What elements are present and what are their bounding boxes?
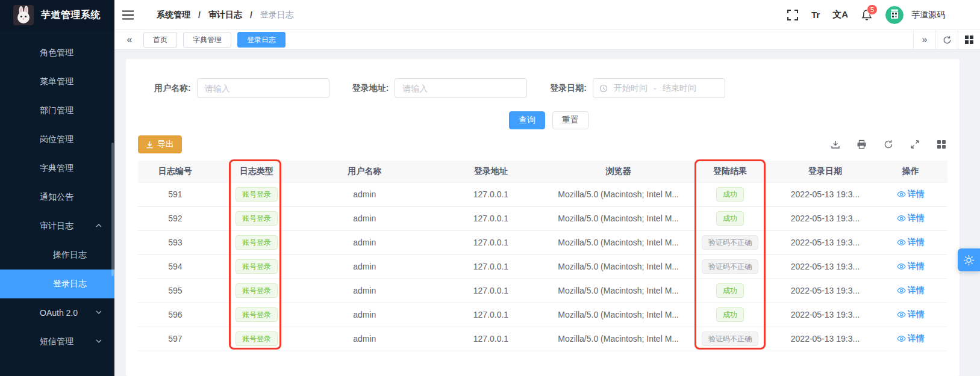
gear-icon: [963, 254, 975, 266]
tabs-scroll-left-icon[interactable]: «: [122, 34, 137, 45]
translate-icon[interactable]: 文A: [832, 9, 848, 20]
export-button[interactable]: 导出: [138, 135, 182, 153]
export-label: 导出: [157, 139, 174, 150]
result-tag: 成功: [716, 283, 744, 298]
sidebar-menu: 角色管理 菜单管理 部门管理 岗位管理 字典管理 通知公告 审计日志 操作日志 …: [0, 30, 114, 356]
sidebar-scrollbar[interactable]: [111, 143, 114, 276]
sidebar-item-login-log[interactable]: 登录日志: [0, 270, 114, 298]
col-login-result: 登陆结果: [684, 161, 777, 182]
address-input[interactable]: [395, 78, 527, 98]
column-settings-icon[interactable]: [936, 140, 946, 150]
cell-browser: Mozilla/5.0 (Macintosh; Intel M...: [553, 206, 683, 230]
tabs-scroll-right-icon[interactable]: »: [913, 30, 935, 50]
cell-user: admin: [301, 279, 428, 303]
username-input[interactable]: [197, 78, 329, 98]
cell-address: 127.0.0.1: [428, 327, 553, 351]
breadcrumb-item[interactable]: 审计日志: [208, 10, 242, 20]
log-type-tag: 账号登录: [236, 283, 278, 298]
cell-log-id: 593: [138, 230, 213, 254]
main-area: 系统管理 / 审计日志 / 登录日志 Tr 文A 5 芋道源码: [114, 0, 980, 376]
sidebar-item-dept-management[interactable]: 部门管理: [0, 96, 114, 125]
font-size-icon[interactable]: Tr: [811, 10, 820, 20]
result-tag: 验证码不正确: [702, 331, 758, 346]
log-type-tag: 账号登录: [236, 331, 278, 346]
tab-refresh-icon[interactable]: [935, 30, 958, 50]
sidebar-item-audit-log[interactable]: 审计日志: [0, 212, 114, 241]
cell-date: 2022-05-13 19:3...: [776, 254, 873, 279]
reset-button[interactable]: 重置: [552, 111, 588, 129]
user-name[interactable]: 芋道源码: [911, 10, 945, 20]
cell-date: 2022-05-13 19:3...: [776, 206, 873, 230]
eye-icon: [897, 239, 906, 246]
col-actions: 操作: [874, 161, 947, 182]
cell-user: admin: [301, 327, 428, 351]
cell-user: admin: [301, 230, 428, 254]
tab-bar: « 首页 字典管理 登录日志 »: [114, 30, 980, 50]
detail-link[interactable]: 详情: [897, 333, 925, 344]
cell-date: 2022-05-13 19:3...: [776, 303, 873, 327]
sidebar-item-menu-management[interactable]: 菜单管理: [0, 67, 114, 96]
table-toolbar: 导出: [138, 135, 947, 153]
table-row: 594 账号登录 admin 127.0.0.1 Mozilla/5.0 (Ma…: [138, 254, 947, 279]
col-browser: 浏览器: [553, 161, 683, 182]
detail-link[interactable]: 详情: [897, 285, 925, 296]
detail-link[interactable]: 详情: [897, 237, 925, 248]
filter-buttons: 查询 重置: [138, 111, 947, 129]
eye-icon: [897, 191, 906, 198]
sidebar-item-operation-log[interactable]: 操作日志: [0, 241, 114, 270]
tab-layout-grid-icon[interactable]: [958, 30, 980, 50]
cell-browser: Mozilla/5.0 (Macintosh; Intel M...: [553, 303, 683, 327]
log-type-tag: 账号登录: [236, 259, 278, 274]
cell-log-id: 591: [138, 182, 213, 206]
settings-gear-button[interactable]: [958, 248, 980, 271]
cell-address: 127.0.0.1: [428, 230, 553, 254]
date-end-placeholder[interactable]: 结束时间: [663, 83, 696, 94]
chevron-down-icon: [95, 337, 102, 347]
cell-user: admin: [301, 182, 428, 206]
col-log-type: 日志类型: [213, 161, 301, 182]
download-icon[interactable]: [830, 140, 840, 150]
download-icon: [146, 141, 154, 149]
cell-log-id: 595: [138, 279, 213, 303]
breadcrumb-separator: /: [250, 10, 252, 20]
detail-link[interactable]: 详情: [897, 261, 925, 272]
sidebar-item-notice[interactable]: 通知公告: [0, 183, 114, 212]
detail-link[interactable]: 详情: [897, 213, 925, 224]
sidebar-item-sms-management[interactable]: 短信管理: [0, 327, 114, 356]
cell-log-id: 597: [138, 327, 213, 351]
refresh-icon[interactable]: [883, 140, 893, 150]
print-icon[interactable]: [857, 140, 867, 150]
tab-dict-management[interactable]: 字典管理: [183, 32, 231, 48]
result-tag: 成功: [716, 211, 744, 226]
app-logo-row[interactable]: 芋道管理系统: [0, 0, 114, 30]
detail-link[interactable]: 详情: [897, 189, 925, 200]
breadcrumb-item[interactable]: 系统管理: [157, 10, 190, 20]
menu-collapse-icon[interactable]: [122, 10, 134, 20]
avatar[interactable]: [885, 6, 904, 24]
tab-home[interactable]: 首页: [143, 32, 177, 48]
page-body: 用户名称: 登录地址: 登录日期: 开始时间: [114, 50, 980, 376]
log-type-tag: 账号登录: [236, 307, 278, 322]
sidebar-item-dict-management[interactable]: 字典管理: [0, 154, 114, 183]
detail-link[interactable]: 详情: [897, 309, 925, 320]
search-button[interactable]: 查询: [509, 111, 545, 129]
sidebar-item-role-management[interactable]: 角色管理: [0, 39, 114, 67]
sidebar-item-oauth[interactable]: OAuth 2.0: [0, 298, 114, 327]
col-login-address: 登录地址: [428, 161, 553, 182]
sidebar-item-label: 审计日志: [40, 221, 73, 232]
sidebar-item-post-management[interactable]: 岗位管理: [0, 125, 114, 154]
table-row: 591 账号登录 admin 127.0.0.1 Mozilla/5.0 (Ma…: [138, 182, 947, 206]
cell-log-id: 592: [138, 206, 213, 230]
notification-bell-icon[interactable]: 5: [861, 9, 873, 21]
cell-user: admin: [301, 254, 428, 279]
eye-icon: [897, 215, 906, 222]
date-range-separator: -: [654, 84, 657, 93]
date-start-placeholder[interactable]: 开始时间: [614, 83, 648, 94]
fullscreen-icon[interactable]: [787, 9, 799, 21]
tab-login-log[interactable]: 登录日志: [237, 32, 286, 48]
date-range-picker[interactable]: 开始时间 - 结束时间: [593, 78, 725, 98]
expand-icon[interactable]: [910, 140, 920, 150]
chevron-down-icon: [95, 308, 102, 318]
cell-browser: Mozilla/5.0 (Macintosh; Intel M...: [553, 327, 683, 351]
top-header: 系统管理 / 审计日志 / 登录日志 Tr 文A 5 芋道源码: [114, 0, 980, 30]
